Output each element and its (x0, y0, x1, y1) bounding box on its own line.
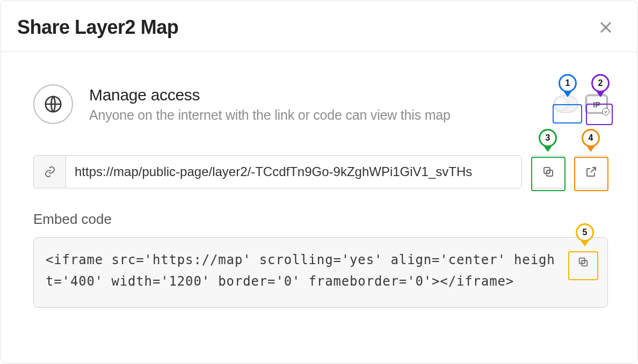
embed-label: Embed code (33, 211, 608, 228)
modal-title: Share Layer2 Map (17, 16, 178, 39)
share-link-field: https://map/public-page/layer2/-TCcdfTn9… (33, 155, 522, 188)
close-button[interactable] (596, 18, 615, 37)
copy-link-button[interactable] (532, 155, 565, 188)
share-link-value[interactable]: https://map/public-page/layer2/-TCcdfTn9… (66, 156, 521, 188)
share-link-row: https://map/public-page/layer2/-TCcdfTn9… (33, 155, 608, 188)
access-row: Manage access Anyone on the internet wit… (33, 84, 608, 124)
globe-icon (33, 84, 73, 124)
access-heading: Manage access (89, 86, 553, 104)
modal-header: Share Layer2 Map (1, 1, 637, 52)
open-link-button[interactable] (575, 155, 608, 188)
ip-label: IP (593, 100, 600, 109)
copy-embed-button[interactable] (570, 249, 597, 275)
link-icon (34, 156, 66, 188)
access-description: Anyone on the internet with the link or … (89, 107, 553, 123)
embed-code-box: <iframe src='https://map' scrolling='yes… (33, 237, 608, 308)
share-modal: Share Layer2 Map Manage access Anyone on… (1, 1, 637, 363)
embed-code-text[interactable]: <iframe src='https://map' scrolling='yes… (46, 250, 559, 292)
ip-restrict-button[interactable]: IP (585, 94, 608, 114)
public-toggle[interactable] (553, 96, 578, 113)
